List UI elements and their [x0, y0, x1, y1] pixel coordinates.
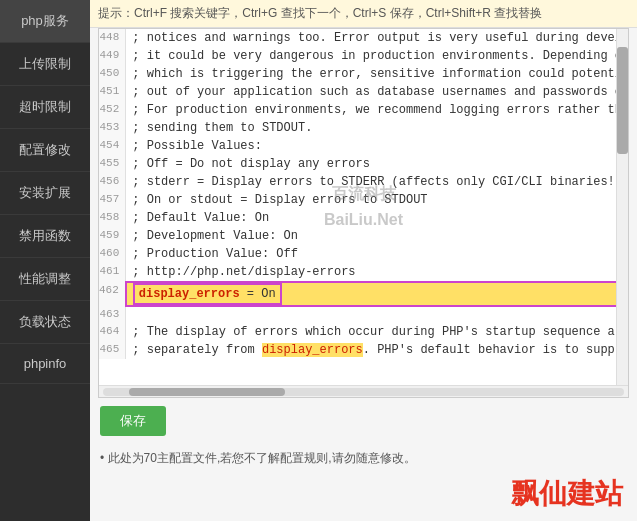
editor-container[interactable]: 448; notices and warnings too. Error out… — [98, 28, 629, 398]
line-number: 464 — [99, 323, 126, 341]
line-number: 459 — [99, 227, 126, 245]
line-code[interactable]: ; Possible Values: — [126, 137, 628, 155]
table-row: 454; Possible Values: — [99, 137, 628, 155]
line-code[interactable]: ; stderr = Display errors to STDERR (aff… — [126, 173, 628, 191]
line-number: 457 — [99, 191, 126, 209]
sidebar-item-php[interactable]: php服务 — [0, 0, 90, 43]
line-number: 463 — [99, 306, 126, 323]
table-row: 465; separately from display_errors. PHP… — [99, 341, 628, 359]
line-code[interactable] — [126, 306, 628, 323]
sidebar-item-install[interactable]: 安装扩展 — [0, 172, 90, 215]
warning-text: 此处为70主配置文件,若您不了解配置规则,请勿随意修改。 — [108, 451, 416, 465]
editor-scroll[interactable]: 448; notices and warnings too. Error out… — [99, 29, 628, 385]
sidebar: php服务 上传限制 超时限制 配置修改 安装扩展 禁用函数 性能调整 负载状态… — [0, 0, 90, 521]
scrollbar-thumb — [129, 388, 285, 396]
table-row: 462display_errors = On — [99, 282, 628, 306]
line-number: 448 — [99, 29, 126, 47]
code-editor[interactable]: 448; notices and warnings too. Error out… — [99, 29, 628, 359]
table-row: 457; On or stdout = Display errors to ST… — [99, 191, 628, 209]
line-number: 454 — [99, 137, 126, 155]
line-code[interactable]: ; For production environments, we recomm… — [126, 101, 628, 119]
line-code[interactable]: ; Development Value: On — [126, 227, 628, 245]
brand-text: 飘仙建站 — [511, 478, 623, 509]
sidebar-item-load[interactable]: 负载状态 — [0, 301, 90, 344]
line-code[interactable]: ; sending them to STDOUT. — [126, 119, 628, 137]
main-content: 提示：Ctrl+F 搜索关键字，Ctrl+G 查找下一个，Ctrl+S 保存，C… — [90, 0, 637, 521]
line-code[interactable]: ; The display of errors which occur duri… — [126, 323, 628, 341]
table-row: 463 — [99, 306, 628, 323]
table-row: 453; sending them to STDOUT. — [99, 119, 628, 137]
line-number: 460 — [99, 245, 126, 263]
table-row: 460; Production Value: Off — [99, 245, 628, 263]
line-code[interactable]: ; Off = Do not display any errors — [126, 155, 628, 173]
line-number: 458 — [99, 209, 126, 227]
table-row: 461; http://php.net/display-errors — [99, 263, 628, 282]
table-row: 459; Development Value: On — [99, 227, 628, 245]
line-code[interactable]: display_errors = On — [126, 282, 628, 306]
scrollbar-track — [103, 388, 624, 396]
sidebar-item-config[interactable]: 配置修改 — [0, 129, 90, 172]
sidebar-item-perf[interactable]: 性能调整 — [0, 258, 90, 301]
table-row: 456; stderr = Display errors to STDERR (… — [99, 173, 628, 191]
highlighted-code: display_errors = On — [133, 283, 282, 305]
line-code[interactable]: ; separately from display_errors. PHP's … — [126, 341, 628, 359]
line-code[interactable]: ; Production Value: Off — [126, 245, 628, 263]
line-number: 456 — [99, 173, 126, 191]
warning-area: • 此处为70主配置文件,若您不了解配置规则,请勿随意修改。 — [90, 444, 637, 471]
save-area: 保存 — [90, 398, 637, 444]
sidebar-item-upload[interactable]: 上传限制 — [0, 43, 90, 86]
line-number: 465 — [99, 341, 126, 359]
line-code[interactable]: ; On or stdout = Display errors to STDOU… — [126, 191, 628, 209]
table-row: 452; For production environments, we rec… — [99, 101, 628, 119]
horizontal-scrollbar[interactable] — [99, 385, 628, 397]
line-number: 455 — [99, 155, 126, 173]
line-code[interactable]: ; it could be very dangerous in producti… — [126, 47, 628, 65]
table-row: 449; it could be very dangerous in produ… — [99, 47, 628, 65]
line-code[interactable]: ; http://php.net/display-errors — [126, 263, 628, 282]
vertical-scrollbar[interactable] — [616, 29, 628, 385]
table-row: 455; Off = Do not display any errors — [99, 155, 628, 173]
line-number: 450 — [99, 65, 126, 83]
table-row: 458; Default Value: On — [99, 209, 628, 227]
vscrollbar-thumb[interactable] — [617, 47, 628, 154]
line-code[interactable]: ; out of your application such as databa… — [126, 83, 628, 101]
sidebar-item-disable[interactable]: 禁用函数 — [0, 215, 90, 258]
line-number: 451 — [99, 83, 126, 101]
table-row: 451; out of your application such as dat… — [99, 83, 628, 101]
line-number: 453 — [99, 119, 126, 137]
line-number: 462 — [99, 282, 126, 306]
sidebar-item-phpinfo[interactable]: phpinfo — [0, 344, 90, 384]
line-code[interactable]: ; Default Value: On — [126, 209, 628, 227]
line-code[interactable]: ; which is triggering the error, sensiti… — [126, 65, 628, 83]
brand-area: 飘仙建站 — [90, 471, 637, 521]
table-row: 450; which is triggering the error, sens… — [99, 65, 628, 83]
table-row: 464; The display of errors which occur d… — [99, 323, 628, 341]
line-number: 461 — [99, 263, 126, 282]
line-number: 449 — [99, 47, 126, 65]
hint-bar: 提示：Ctrl+F 搜索关键字，Ctrl+G 查找下一个，Ctrl+S 保存，C… — [90, 0, 637, 28]
table-row: 448; notices and warnings too. Error out… — [99, 29, 628, 47]
save-button[interactable]: 保存 — [100, 406, 166, 436]
line-number: 452 — [99, 101, 126, 119]
sidebar-item-timeout[interactable]: 超时限制 — [0, 86, 90, 129]
line-code[interactable]: ; notices and warnings too. Error output… — [126, 29, 628, 47]
